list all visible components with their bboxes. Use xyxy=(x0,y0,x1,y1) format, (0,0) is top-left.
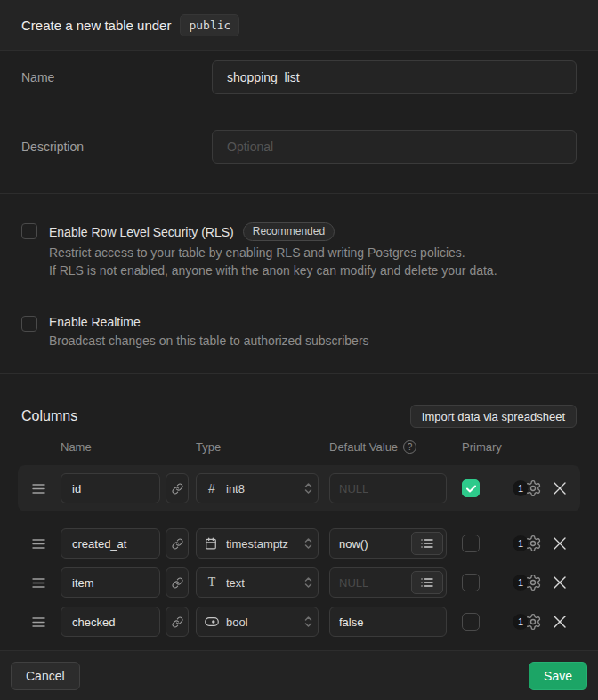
header-name: Name xyxy=(61,440,196,454)
rls-checkbox[interactable] xyxy=(21,223,37,239)
column-type-select[interactable]: # int8 xyxy=(196,473,319,503)
table-name-input[interactable] xyxy=(212,60,577,94)
drag-handle-icon[interactable] xyxy=(32,538,46,550)
calendar-icon xyxy=(205,537,219,550)
drag-handle-icon[interactable] xyxy=(32,616,46,628)
primary-checkbox[interactable] xyxy=(462,574,480,591)
column-row-created-at: timestamptz 1 xyxy=(18,524,580,563)
import-spreadsheet-button[interactable]: Import data via spreadsheet xyxy=(410,405,577,428)
rls-toggle-row: Enable Row Level Security (RLS) Recommen… xyxy=(21,222,577,279)
foreign-key-link-icon[interactable] xyxy=(166,528,189,559)
toggles-section: Enable Row Level Security (RLS) Recommen… xyxy=(0,194,598,374)
chevron-up-down-icon xyxy=(304,615,312,629)
column-settings-button[interactable]: 1 xyxy=(513,613,542,631)
column-row-item: T text 1 xyxy=(18,563,580,602)
primary-checkbox[interactable] xyxy=(462,479,480,497)
primary-checkbox[interactable] xyxy=(462,613,480,631)
columns-title: Columns xyxy=(21,408,77,424)
name-label: Name xyxy=(21,60,212,94)
recommended-badge: Recommended xyxy=(243,222,335,241)
column-type-select[interactable]: bool xyxy=(196,607,319,637)
settings-count-badge: 1 xyxy=(513,614,529,630)
realtime-toggle-row: Enable Realtime Broadcast changes on thi… xyxy=(21,315,577,350)
rls-description-line1: Restrict access to your table by enablin… xyxy=(49,244,497,261)
column-settings-button[interactable]: 1 xyxy=(513,535,542,552)
foreign-key-link-icon[interactable] xyxy=(166,567,189,598)
header-default-value: Default Value xyxy=(329,440,398,454)
column-rows: # int8 1 xyxy=(18,465,580,641)
foreign-key-link-icon[interactable] xyxy=(166,607,189,637)
header-primary: Primary xyxy=(462,440,502,454)
column-row-checked: bool 1 xyxy=(18,602,580,641)
column-name-input[interactable] xyxy=(61,473,160,503)
create-table-dialog: Create a new table under public Name Des… xyxy=(0,0,598,700)
schema-badge: public xyxy=(180,14,239,36)
name-field-row: Name xyxy=(21,60,577,94)
table-description-input[interactable] xyxy=(212,130,577,164)
dialog-title: Create a new table under xyxy=(21,18,171,33)
header-type: Type xyxy=(196,440,329,454)
column-settings-button[interactable]: 1 xyxy=(513,574,542,591)
save-button[interactable]: Save xyxy=(529,662,587,690)
foreign-key-link-icon[interactable] xyxy=(166,473,189,503)
rls-description-line2: If RLS is not enabled, anyone with the a… xyxy=(49,261,497,279)
column-type-select[interactable]: T text xyxy=(196,567,319,598)
primary-checkbox[interactable] xyxy=(462,535,480,552)
hash-icon: # xyxy=(205,481,219,495)
settings-count-badge: 1 xyxy=(513,575,529,591)
column-settings-button[interactable]: 1 xyxy=(513,479,542,497)
delete-column-icon[interactable] xyxy=(554,537,566,550)
default-value-input[interactable] xyxy=(329,473,447,503)
default-suggestions-button[interactable] xyxy=(411,532,443,555)
general-fields-section: Name Description xyxy=(0,51,598,194)
text-icon: T xyxy=(205,575,219,590)
settings-count-badge: 1 xyxy=(513,535,529,551)
chevron-up-down-icon xyxy=(304,481,312,495)
cancel-button[interactable]: Cancel xyxy=(11,662,80,690)
realtime-checkbox[interactable] xyxy=(21,316,37,332)
help-icon[interactable]: ? xyxy=(403,440,416,454)
column-name-input[interactable] xyxy=(61,528,160,559)
dialog-header: Create a new table under public xyxy=(0,0,598,51)
columns-table-header: Name Type Default Value ? Primary xyxy=(18,440,580,454)
column-name-input[interactable] xyxy=(61,607,160,637)
drag-handle-icon[interactable] xyxy=(32,577,46,589)
column-row-id: # int8 1 xyxy=(18,465,580,511)
columns-section: Columns Import data via spreadsheet Name… xyxy=(0,374,598,650)
description-label: Description xyxy=(21,130,212,164)
settings-count-badge: 1 xyxy=(513,480,529,496)
description-field-row: Description xyxy=(21,130,577,164)
delete-column-icon[interactable] xyxy=(554,616,566,628)
rls-label: Enable Row Level Security (RLS) xyxy=(49,225,234,239)
rls-text-block: Enable Row Level Security (RLS) Recommen… xyxy=(49,222,497,279)
toggle-icon xyxy=(205,616,219,627)
realtime-label: Enable Realtime xyxy=(49,315,141,329)
default-value-input[interactable] xyxy=(329,607,447,637)
column-type-select[interactable]: timestamptz xyxy=(196,528,319,559)
chevron-up-down-icon xyxy=(304,536,312,551)
default-suggestions-button[interactable] xyxy=(411,571,443,594)
drag-handle-icon[interactable] xyxy=(32,483,46,495)
chevron-up-down-icon xyxy=(304,575,312,590)
delete-column-icon[interactable] xyxy=(554,482,566,495)
column-name-input[interactable] xyxy=(61,567,160,598)
dialog-footer: Cancel Save xyxy=(0,650,598,700)
realtime-description: Broadcast changes on this table to autho… xyxy=(49,332,369,350)
delete-column-icon[interactable] xyxy=(554,576,566,589)
realtime-text-block: Enable Realtime Broadcast changes on thi… xyxy=(49,315,369,350)
